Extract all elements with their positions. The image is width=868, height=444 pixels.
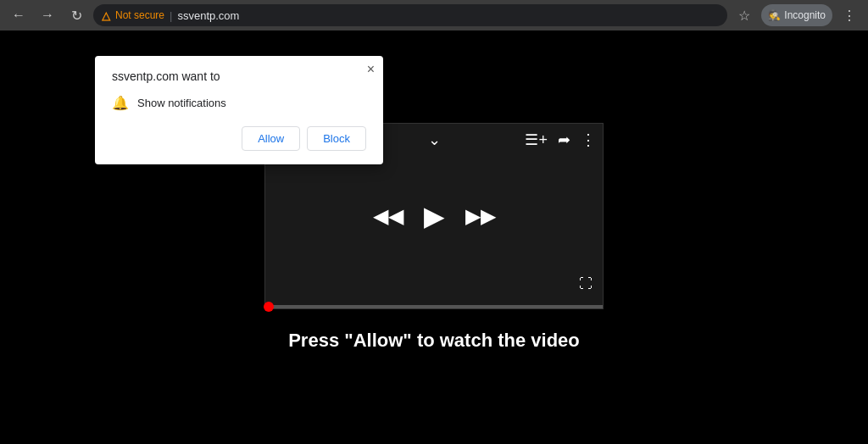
progress-dot [264, 302, 274, 312]
url-text: ssventp.com [177, 9, 239, 22]
reload-button[interactable]: ↻ [64, 3, 88, 27]
playlist-icon[interactable]: ☰+ [525, 130, 548, 149]
video-top-controls: ☰+ ➦ ⋮ [525, 130, 596, 149]
chrome-menu-button[interactable]: ⋮ [837, 3, 861, 27]
incognito-icon: 🕵 [768, 9, 781, 21]
address-separator: | [170, 9, 172, 22]
progress-bar[interactable] [265, 305, 603, 308]
permission-label: Show notifications [137, 97, 226, 109]
play-button[interactable]: ▶ [424, 200, 445, 232]
incognito-label: Incognito [784, 9, 826, 21]
video-center-controls: ◀◀ ▶ ▶▶ [373, 200, 496, 232]
allow-button[interactable]: Allow [242, 126, 300, 151]
forward-button[interactable]: → [36, 3, 59, 27]
popup-buttons: Allow Block [112, 126, 366, 151]
chevron-down-icon: ⌄ [428, 130, 441, 149]
warning-icon: △ [102, 9, 110, 22]
fullscreen-button[interactable]: ⛶ [579, 276, 593, 291]
progress-fill [265, 305, 269, 308]
not-secure-label: Not secure [115, 9, 164, 21]
back-button[interactable]: ← [7, 3, 31, 27]
browser-frame: ← → ↻ △ Not secure | ssventp.com ☆ 🕵 Inc… [0, 0, 868, 444]
page-content: ⌄ ☰+ ➦ ⋮ ◀◀ ▶ ▶▶ ⛶ Press "Al [0, 31, 868, 444]
share-icon[interactable]: ➦ [558, 130, 570, 149]
block-button[interactable]: Block [307, 126, 366, 151]
popup-title: ssventp.com want to [112, 69, 366, 83]
next-button[interactable]: ▶▶ [465, 204, 496, 228]
more-options-icon[interactable]: ⋮ [581, 130, 596, 149]
browser-top-bar: ← → ↻ △ Not secure | ssventp.com ☆ 🕵 Inc… [0, 0, 868, 31]
incognito-indicator: 🕵 Incognito [761, 4, 832, 26]
popup-permission-row: 🔔 Show notifications [112, 95, 366, 111]
popup-close-button[interactable]: × [367, 63, 375, 76]
notification-popup: ssventp.com want to × 🔔 Show notificatio… [95, 56, 383, 164]
caption-text: Press "Allow" to watch the video [288, 330, 580, 352]
previous-button[interactable]: ◀◀ [373, 204, 403, 228]
address-bar[interactable]: △ Not secure | ssventp.com [93, 4, 727, 26]
bookmark-button[interactable]: ☆ [732, 3, 756, 27]
bell-icon: 🔔 [112, 95, 129, 111]
